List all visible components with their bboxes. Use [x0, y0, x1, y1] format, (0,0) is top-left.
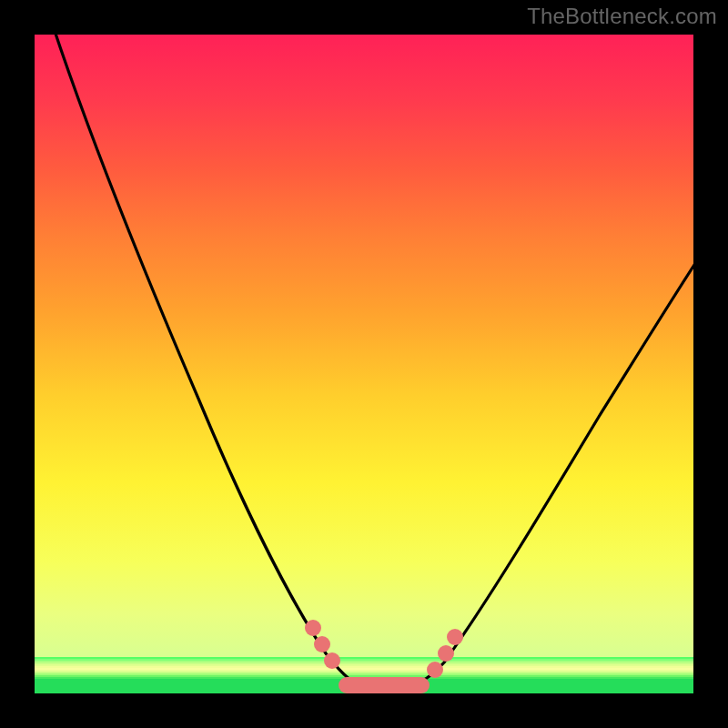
svg-point-0 [305, 620, 321, 636]
bottleneck-curve [53, 25, 708, 688]
watermark-text: TheBottleneck.com [527, 4, 717, 29]
chart-svg [35, 35, 693, 693]
svg-point-6 [447, 629, 463, 645]
highlight-dots [305, 620, 463, 693]
svg-point-1 [314, 636, 330, 652]
svg-point-2 [324, 652, 340, 669]
outer-frame: TheBottleneck.com [0, 0, 728, 728]
svg-point-5 [438, 645, 454, 662]
svg-rect-3 [339, 677, 430, 693]
svg-point-4 [427, 662, 443, 678]
